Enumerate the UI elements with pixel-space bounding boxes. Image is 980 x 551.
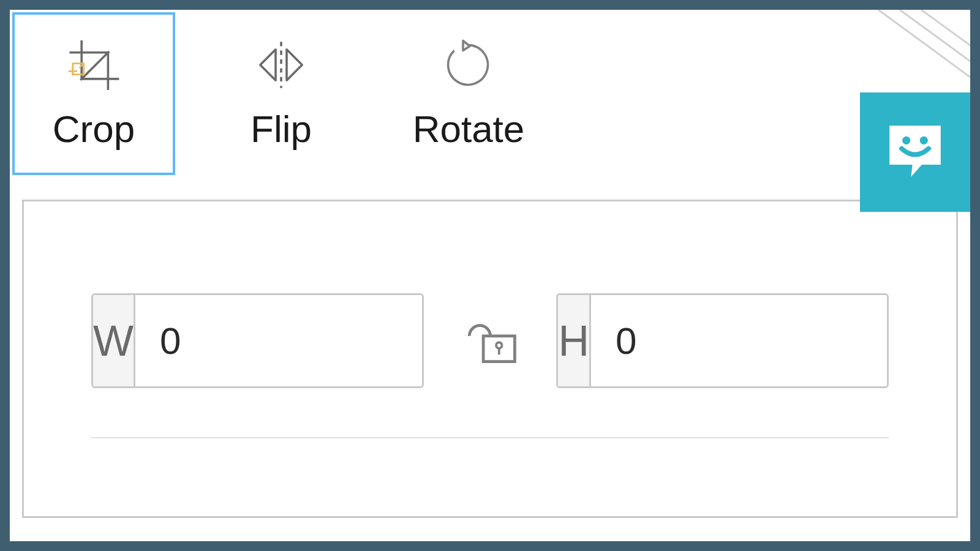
svg-point-4 [920,136,928,144]
editor-window: Crop Flip Rotate [10,10,970,541]
tool-label-flip: Flip [251,107,312,151]
svg-point-3 [902,136,910,144]
height-input[interactable] [591,295,889,386]
width-input[interactable] [135,295,424,386]
transform-toolbar: Crop Flip Rotate [10,10,970,175]
width-field: W [91,293,424,388]
tool-label-crop: Crop [53,107,135,151]
width-prefix-label: W [93,295,135,386]
rotate-icon [441,37,496,92]
tool-rotate[interactable]: Rotate [387,12,550,175]
dimensions-row: W H [91,293,889,388]
tool-label-rotate: Rotate [413,107,525,151]
height-field: H [556,293,889,388]
height-prefix-label: H [558,295,591,386]
aspect-lock-toggle[interactable] [461,310,520,372]
chat-smile-icon [881,118,949,187]
flip-icon [254,37,309,92]
tool-flip[interactable]: Flip [200,12,363,175]
panel-divider [91,437,889,438]
svg-point-16 [496,342,502,348]
chat-help-button[interactable] [860,92,970,212]
crop-icon [66,37,121,92]
tool-crop[interactable]: Crop [12,12,175,175]
svg-line-9 [80,51,109,80]
crop-settings-panel: W H [22,200,958,518]
unlock-icon [461,310,519,371]
